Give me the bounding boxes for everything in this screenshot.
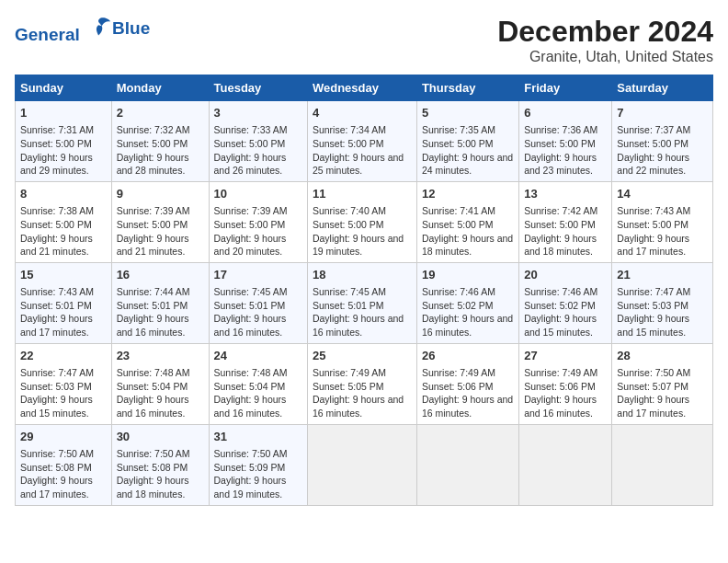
day-number: 24 [214,348,302,364]
calendar-container: General Blue December 2024 Granite, Utah… [0,0,728,513]
day-cell: 2Sunrise: 7:32 AMSunset: 5:00 PMDaylight… [111,101,209,182]
day-cell: 13Sunrise: 7:42 AMSunset: 5:00 PMDayligh… [519,181,612,262]
daylight-text: Daylight: 9 hours and 16 minutes. [524,394,597,419]
logo-bird-icon [86,15,112,40]
daylight-text: Daylight: 9 hours and 19 minutes. [214,475,287,500]
daylight-text: Daylight: 9 hours and 21 minutes. [117,233,189,258]
day-cell: 5Sunrise: 7:35 AMSunset: 5:00 PMDaylight… [416,101,518,182]
daylight-text: Daylight: 9 hours and 16 minutes. [313,394,404,419]
logo-text: General [15,15,112,45]
day-number: 19 [422,267,514,283]
logo-general: General [15,25,80,44]
sunrise-text: Sunrise: 7:43 AM [20,286,94,297]
sunrise-text: Sunrise: 7:41 AM [422,205,495,216]
col-header-saturday: Saturday [612,75,713,101]
sunrise-text: Sunrise: 7:48 AM [214,367,288,378]
day-number: 25 [313,348,412,364]
day-number: 3 [214,105,302,121]
daylight-text: Daylight: 9 hours and 16 minutes. [117,394,189,419]
sunset-text: Sunset: 5:00 PM [422,138,494,149]
sunrise-text: Sunrise: 7:43 AM [617,205,690,216]
daylight-text: Daylight: 9 hours and 18 minutes. [117,475,189,500]
day-number: 22 [20,348,107,364]
day-cell: 30Sunrise: 7:50 AMSunset: 5:08 PMDayligh… [111,424,209,505]
sunset-text: Sunset: 5:00 PM [422,219,494,230]
day-cell: 26Sunrise: 7:49 AMSunset: 5:06 PMDayligh… [416,343,518,424]
sunset-text: Sunset: 5:01 PM [20,300,92,311]
col-header-tuesday: Tuesday [209,75,307,101]
day-number: 12 [422,186,514,202]
day-number: 13 [524,186,607,202]
day-cell: 25Sunrise: 7:49 AMSunset: 5:05 PMDayligh… [307,343,416,424]
col-header-monday: Monday [111,75,209,101]
sunrise-text: Sunrise: 7:40 AM [313,205,386,216]
sunset-text: Sunset: 5:04 PM [214,381,286,392]
day-cell: 20Sunrise: 7:46 AMSunset: 5:02 PMDayligh… [519,262,612,343]
day-number: 21 [617,267,708,283]
sunset-text: Sunset: 5:00 PM [117,219,188,230]
daylight-text: Daylight: 9 hours and 18 minutes. [422,233,513,258]
daylight-text: Daylight: 9 hours and 21 minutes. [20,233,93,258]
sunrise-text: Sunrise: 7:31 AM [20,124,94,135]
day-cell: 23Sunrise: 7:48 AMSunset: 5:04 PMDayligh… [111,343,209,424]
logo: General Blue [15,15,150,45]
daylight-text: Daylight: 9 hours and 16 minutes. [422,313,513,338]
day-cell: 17Sunrise: 7:45 AMSunset: 5:01 PMDayligh… [209,262,307,343]
sunrise-text: Sunrise: 7:39 AM [214,205,288,216]
sunrise-text: Sunrise: 7:48 AM [117,367,190,378]
day-number: 7 [617,105,708,121]
day-number: 11 [313,186,412,202]
sunrise-text: Sunrise: 7:32 AM [117,124,190,135]
daylight-text: Daylight: 9 hours and 22 minutes. [617,152,689,177]
day-number: 27 [524,348,607,364]
daylight-text: Daylight: 9 hours and 16 minutes. [117,313,189,338]
col-header-sunday: Sunday [16,75,112,101]
day-number: 4 [313,105,412,121]
sunset-text: Sunset: 5:06 PM [422,381,494,392]
col-header-friday: Friday [519,75,612,101]
day-cell: 22Sunrise: 7:47 AMSunset: 5:03 PMDayligh… [16,343,112,424]
sunset-text: Sunset: 5:00 PM [214,219,286,230]
daylight-text: Daylight: 9 hours and 17 minutes. [20,313,93,338]
day-cell: 16Sunrise: 7:44 AMSunset: 5:01 PMDayligh… [111,262,209,343]
sunrise-text: Sunrise: 7:50 AM [20,448,94,459]
sunset-text: Sunset: 5:03 PM [20,381,92,392]
day-cell: 7Sunrise: 7:37 AMSunset: 5:00 PMDaylight… [612,101,713,182]
daylight-text: Daylight: 9 hours and 20 minutes. [214,233,287,258]
sunset-text: Sunset: 5:02 PM [422,300,494,311]
sunset-text: Sunset: 5:08 PM [20,462,92,473]
sunset-text: Sunset: 5:01 PM [117,300,188,311]
day-cell: 18Sunrise: 7:45 AMSunset: 5:01 PMDayligh… [307,262,416,343]
sunset-text: Sunset: 5:07 PM [617,381,688,392]
day-cell: 8Sunrise: 7:38 AMSunset: 5:00 PMDaylight… [16,181,112,262]
sunrise-text: Sunrise: 7:49 AM [524,367,597,378]
sunrise-text: Sunrise: 7:34 AM [313,124,386,135]
day-cell [612,424,713,505]
week-row-5: 29Sunrise: 7:50 AMSunset: 5:08 PMDayligh… [16,424,713,505]
daylight-text: Daylight: 9 hours and 15 minutes. [20,394,93,419]
sunset-text: Sunset: 5:00 PM [617,219,688,230]
sunrise-text: Sunrise: 7:42 AM [524,205,597,216]
daylight-text: Daylight: 9 hours and 17 minutes. [617,394,689,419]
daylight-text: Daylight: 9 hours and 28 minutes. [117,152,189,177]
day-cell [519,424,612,505]
daylight-text: Daylight: 9 hours and 25 minutes. [313,152,404,177]
sunset-text: Sunset: 5:00 PM [313,138,384,149]
sunrise-text: Sunrise: 7:46 AM [422,286,495,297]
day-number: 5 [422,105,514,121]
sunrise-text: Sunrise: 7:35 AM [422,124,495,135]
daylight-text: Daylight: 9 hours and 29 minutes. [20,152,93,177]
day-number: 10 [214,186,302,202]
header: General Blue December 2024 Granite, Utah… [15,15,713,65]
sunrise-text: Sunrise: 7:50 AM [117,448,190,459]
daylight-text: Daylight: 9 hours and 16 minutes. [313,313,404,338]
day-number: 17 [214,267,302,283]
day-number: 9 [117,186,204,202]
sunrise-text: Sunrise: 7:39 AM [117,205,190,216]
daylight-text: Daylight: 9 hours and 26 minutes. [214,152,287,177]
calendar-subtitle: Granite, Utah, United States [497,49,713,65]
sunrise-text: Sunrise: 7:49 AM [422,367,495,378]
daylight-text: Daylight: 9 hours and 18 minutes. [524,233,597,258]
day-number: 29 [20,429,107,445]
sunset-text: Sunset: 5:01 PM [214,300,286,311]
